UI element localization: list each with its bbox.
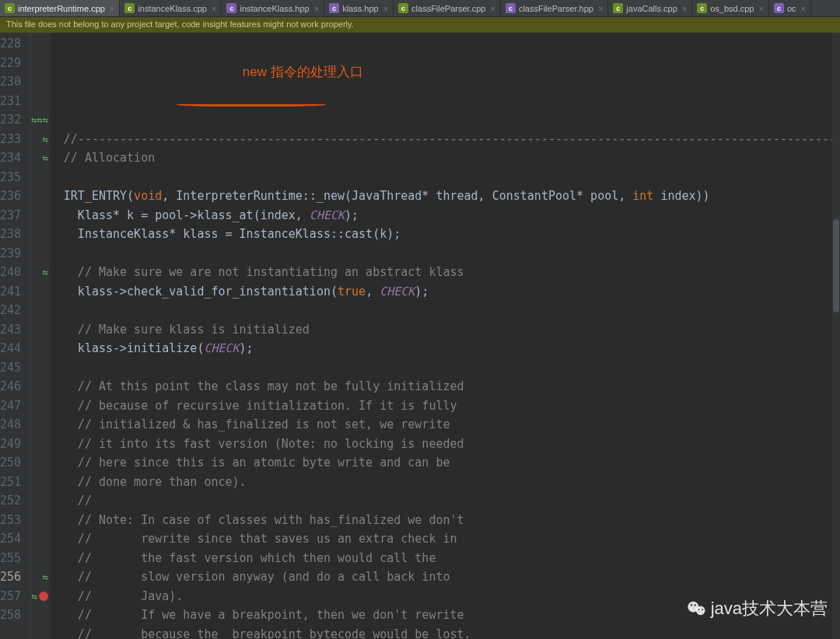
close-icon[interactable]: × bbox=[488, 4, 495, 13]
gutter-icon-row[interactable] bbox=[31, 187, 50, 206]
gutter-icon-row[interactable]: ⇆ bbox=[31, 587, 50, 606]
gutter-icon-row[interactable] bbox=[31, 282, 50, 302]
code-line[interactable] bbox=[64, 244, 840, 264]
code-line[interactable]: // the fast version which then would cal… bbox=[64, 549, 840, 568]
gutter-icon-row[interactable] bbox=[31, 206, 50, 225]
gutter-icon-row[interactable] bbox=[31, 415, 50, 435]
code-line[interactable]: IRT_ENTRY(void, InterpreterRuntime::_new… bbox=[64, 187, 840, 206]
line-number[interactable]: 228 bbox=[0, 34, 21, 54]
line-number[interactable]: 257 bbox=[0, 587, 21, 606]
line-number[interactable]: 250 bbox=[0, 453, 21, 473]
line-number[interactable]: 253 bbox=[0, 511, 21, 530]
code-line[interactable]: // it into its fast version (Note: no lo… bbox=[64, 435, 840, 454]
gutter-icon-row[interactable] bbox=[31, 301, 50, 320]
code-line[interactable]: klass->check_valid_for_instantiation(tru… bbox=[64, 282, 840, 302]
gutter-icon-row[interactable]: ⇆ bbox=[31, 148, 50, 168]
code-line[interactable]: // Make sure we are not instantiating an… bbox=[64, 263, 840, 282]
vertical-scrollbar-thumb[interactable] bbox=[833, 219, 839, 313]
gutter-icon-row[interactable]: ⇆ bbox=[31, 130, 50, 149]
line-number[interactable]: 230 bbox=[0, 72, 21, 92]
tab-instanceKlass-cpp[interactable]: cinstanceKlass.cpp× bbox=[120, 0, 222, 16]
line-number[interactable]: 255 bbox=[0, 549, 21, 568]
close-icon[interactable]: × bbox=[108, 4, 114, 13]
gutter-icon-row[interactable] bbox=[31, 34, 50, 54]
gutter-icon-row[interactable] bbox=[31, 396, 50, 416]
gutter-icon-row[interactable] bbox=[31, 358, 50, 378]
code-line[interactable]: // Note: In case of classes with has_fin… bbox=[64, 511, 840, 530]
line-number[interactable]: 251 bbox=[0, 473, 21, 492]
line-number[interactable]: 234 bbox=[0, 148, 21, 168]
gutter-icon-row[interactable] bbox=[31, 168, 50, 187]
gutter-icon-row[interactable]: ⇆ bbox=[31, 567, 50, 587]
gutter-icon-row[interactable] bbox=[31, 225, 50, 244]
gutter-icon-row[interactable] bbox=[31, 435, 50, 454]
vertical-scrollbar-track[interactable] bbox=[832, 33, 840, 639]
line-number[interactable]: 244 bbox=[0, 339, 21, 358]
code-line[interactable] bbox=[64, 301, 840, 320]
code-line[interactable]: //--------------------------------------… bbox=[64, 130, 840, 149]
tab-os_bsd-cpp[interactable]: cos_bsd.cpp× bbox=[692, 0, 769, 16]
gutter-icon-row[interactable] bbox=[31, 320, 50, 340]
gutter-icon-row[interactable] bbox=[31, 92, 50, 111]
close-icon[interactable]: × bbox=[382, 4, 388, 13]
code-line[interactable]: // At this point the class may not be fu… bbox=[64, 377, 840, 396]
code-line[interactable]: klass->initialize(CHECK); bbox=[64, 339, 840, 358]
code-line[interactable]: // initialized & has_finalized is not se… bbox=[64, 415, 840, 435]
line-number[interactable]: 252 bbox=[0, 491, 21, 511]
line-number[interactable]: 238 bbox=[0, 225, 21, 244]
code-editor[interactable]: 2282292302312322332342352362372382392402… bbox=[0, 33, 840, 639]
close-icon[interactable]: × bbox=[597, 4, 603, 13]
code-line[interactable]: // rewrite since that saves us an extra … bbox=[64, 529, 840, 549]
gutter-icon-row[interactable] bbox=[31, 244, 50, 264]
line-number-gutter[interactable]: 2282292302312322332342352362372382392402… bbox=[0, 33, 31, 639]
line-number[interactable]: 242 bbox=[0, 301, 21, 320]
line-number[interactable]: 249 bbox=[0, 435, 21, 454]
gutter-icon-row[interactable] bbox=[31, 606, 50, 625]
line-number[interactable]: 240 bbox=[0, 263, 21, 282]
code-line[interactable] bbox=[64, 168, 840, 187]
tab-klass-hpp[interactable]: cklass.hpp× bbox=[324, 0, 394, 16]
code-line[interactable]: // slow version anyway (and do a call ba… bbox=[64, 567, 840, 587]
breakpoint-icon[interactable] bbox=[39, 592, 48, 601]
close-icon[interactable]: × bbox=[313, 4, 319, 13]
code-line[interactable] bbox=[64, 110, 840, 130]
line-number[interactable]: 246 bbox=[0, 377, 21, 396]
line-number[interactable]: 236 bbox=[0, 187, 21, 206]
close-icon[interactable]: × bbox=[210, 4, 216, 13]
gutter-icon-row[interactable] bbox=[31, 491, 50, 511]
code-line[interactable]: // because of recursive initialization. … bbox=[64, 396, 840, 416]
close-icon[interactable]: × bbox=[681, 4, 687, 13]
line-number[interactable]: 256 bbox=[0, 567, 21, 587]
tab-interpreterRuntime-cpp[interactable]: cinterpreterRuntime.cpp× bbox=[0, 0, 120, 16]
line-number[interactable]: 248 bbox=[0, 415, 21, 435]
gutter-icon-row[interactable] bbox=[31, 529, 50, 549]
code-line[interactable]: // Make sure klass is initialized bbox=[64, 320, 840, 340]
line-number[interactable]: 247 bbox=[0, 396, 21, 416]
gutter-icon-row[interactable] bbox=[31, 377, 50, 396]
gutter-icon-row[interactable] bbox=[31, 54, 50, 73]
line-number[interactable]: 235 bbox=[0, 168, 21, 187]
gutter-icon-row[interactable] bbox=[31, 453, 50, 473]
code-line[interactable]: // If we have a breakpoint, then we don'… bbox=[64, 606, 840, 625]
code-line[interactable]: Klass* k = pool->klass_at(index, CHECK); bbox=[64, 206, 840, 225]
code-line[interactable]: // bbox=[64, 491, 840, 511]
line-number[interactable]: 254 bbox=[0, 529, 21, 549]
code-line[interactable]: InstanceKlass* klass = InstanceKlass::ca… bbox=[64, 225, 840, 244]
code-area[interactable]: new 指令的处理入口 //--------------------------… bbox=[50, 33, 840, 639]
tab-classFileParser-hpp[interactable]: cclassFileParser.hpp× bbox=[501, 0, 608, 16]
code-line[interactable]: // done more than once). bbox=[64, 473, 840, 492]
gutter-icon-row[interactable]: ⇆ bbox=[31, 263, 50, 282]
line-number[interactable]: 231 bbox=[0, 92, 21, 111]
code-line[interactable]: // Allocation bbox=[64, 148, 840, 168]
tab-javaCalls-cpp[interactable]: cjavaCalls.cpp× bbox=[608, 0, 692, 16]
code-line[interactable]: // because the _breakpoint bytecode woul… bbox=[64, 625, 840, 640]
gutter-icon-row[interactable] bbox=[31, 72, 50, 92]
line-number[interactable]: 258 bbox=[0, 606, 21, 625]
line-number[interactable]: 245 bbox=[0, 358, 21, 378]
gutter-icon-row[interactable] bbox=[31, 473, 50, 492]
code-line[interactable] bbox=[64, 358, 840, 378]
line-number[interactable]: 239 bbox=[0, 244, 21, 264]
line-number[interactable]: 232 bbox=[0, 110, 21, 130]
close-icon[interactable]: × bbox=[800, 4, 806, 13]
tab-oc[interactable]: coc× bbox=[769, 0, 811, 16]
